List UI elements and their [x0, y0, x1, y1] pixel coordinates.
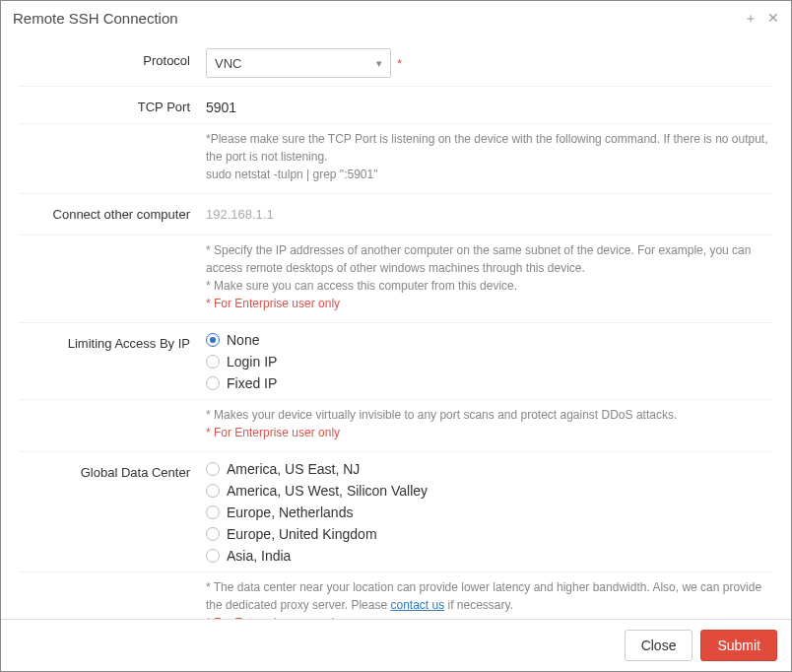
- close-button[interactable]: Close: [625, 630, 693, 661]
- limiting-option[interactable]: None: [206, 332, 773, 348]
- radio-icon: [206, 527, 220, 541]
- label-protocol: Protocol: [19, 48, 206, 68]
- dialog-title: Remote SSH Connection: [13, 10, 744, 27]
- help-datacenter-text: * The data center near your location can…: [206, 578, 773, 619]
- limiting-option-label: Login IP: [227, 354, 277, 370]
- required-indicator: *: [397, 56, 402, 71]
- datacenter-radio-group: America, US East, NJAmerica, US West, Si…: [206, 460, 773, 564]
- label-connect-other: Connect other computer: [19, 202, 206, 222]
- help-tcp: *Please make sure the TCP Port is listen…: [19, 123, 773, 193]
- datacenter-option-label: Asia, India: [227, 548, 291, 564]
- radio-icon: [206, 462, 220, 476]
- protocol-value: VNC: [215, 56, 376, 71]
- help-line: *Please make sure the TCP Port is listen…: [206, 130, 773, 166]
- datacenter-option[interactable]: America, US East, NJ: [206, 461, 773, 477]
- help-connect-text: * Specify the IP addresses of another co…: [206, 241, 773, 312]
- label-datacenter: Global Data Center: [19, 460, 206, 480]
- datacenter-option-label: America, US West, Silicon Valley: [227, 483, 428, 499]
- datacenter-option[interactable]: America, US West, Silicon Valley: [206, 483, 773, 499]
- radio-icon: [206, 355, 220, 369]
- field-limiting: NoneLogin IPFixed IP: [206, 331, 773, 391]
- field-connect-other: [206, 202, 773, 227]
- datacenter-option-label: Europe, United Kingdom: [227, 526, 377, 542]
- maximize-icon[interactable]: ＋: [744, 11, 758, 25]
- datacenter-option[interactable]: Europe, United Kingdom: [206, 526, 773, 542]
- help-line: * Makes your device virtually invisible …: [206, 406, 773, 424]
- submit-button[interactable]: Submit: [700, 630, 777, 661]
- datacenter-option[interactable]: Europe, Netherlands: [206, 504, 773, 520]
- protocol-select[interactable]: VNC ▾: [206, 48, 391, 78]
- dialog: Remote SSH Connection ＋ ✕ Protocol VNC ▾…: [0, 0, 792, 672]
- radio-icon: [206, 484, 220, 498]
- row-protocol: Protocol VNC ▾ *: [19, 34, 773, 86]
- radio-icon: [206, 333, 220, 347]
- contact-us-link[interactable]: contact us: [390, 598, 444, 612]
- label-limiting: Limiting Access By IP: [19, 331, 206, 351]
- help-line: * The data center near your location can…: [206, 578, 773, 614]
- row-limiting: Limiting Access By IP NoneLogin IPFixed …: [19, 322, 773, 399]
- protocol-select-wrap: VNC ▾ *: [206, 48, 402, 78]
- help-enterprise: * For Enterprise user only: [206, 424, 773, 441]
- help-limiting: * Makes your device virtually invisible …: [19, 399, 773, 451]
- help-connect: * Specify the IP addresses of another co…: [19, 235, 773, 322]
- limiting-option-label: None: [227, 332, 259, 348]
- radio-icon: [206, 549, 220, 563]
- datacenter-option-label: America, US East, NJ: [227, 461, 360, 477]
- datacenter-option-label: Europe, Netherlands: [227, 504, 353, 520]
- field-tcp-port: 5901: [206, 95, 773, 115]
- row-datacenter: Global Data Center America, US East, NJA…: [19, 451, 773, 571]
- help-tcp-text: *Please make sure the TCP Port is listen…: [206, 130, 773, 183]
- radio-icon: [206, 376, 220, 390]
- chevron-down-icon: ▾: [376, 57, 382, 70]
- help-limiting-text: * Makes your device virtually invisible …: [206, 406, 773, 441]
- connect-other-input[interactable]: [206, 202, 773, 227]
- radio-icon: [206, 505, 220, 519]
- close-icon[interactable]: ✕: [767, 11, 779, 25]
- limiting-radio-group: NoneLogin IPFixed IP: [206, 331, 773, 391]
- help-datacenter: * The data center near your location can…: [19, 571, 773, 619]
- row-connect-other: Connect other computer: [19, 193, 773, 235]
- limiting-option[interactable]: Fixed IP: [206, 375, 773, 391]
- help-line: sudo netstat -tulpn | grep ":5901": [206, 166, 773, 183]
- field-protocol: VNC ▾ *: [206, 48, 773, 78]
- limiting-option[interactable]: Login IP: [206, 354, 773, 370]
- header-icons: ＋ ✕: [744, 11, 779, 25]
- row-tcp-port: TCP Port 5901: [19, 86, 773, 123]
- tcp-port-value: 5901: [206, 95, 773, 115]
- help-line: * Specify the IP addresses of another co…: [206, 241, 773, 277]
- label-tcp-port: TCP Port: [19, 95, 206, 114]
- datacenter-option[interactable]: Asia, India: [206, 548, 773, 564]
- help-line: * Make sure you can access this computer…: [206, 277, 773, 295]
- help-enterprise: * For Enterprise user only: [206, 295, 773, 312]
- limiting-option-label: Fixed IP: [227, 375, 277, 391]
- dialog-header: Remote SSH Connection ＋ ✕: [1, 1, 791, 34]
- dialog-footer: Close Submit: [1, 619, 791, 671]
- dialog-body: Protocol VNC ▾ * TCP Port 5901: [1, 34, 791, 619]
- help-text-post: if necessary.: [444, 598, 513, 612]
- field-datacenter: America, US East, NJAmerica, US West, Si…: [206, 460, 773, 564]
